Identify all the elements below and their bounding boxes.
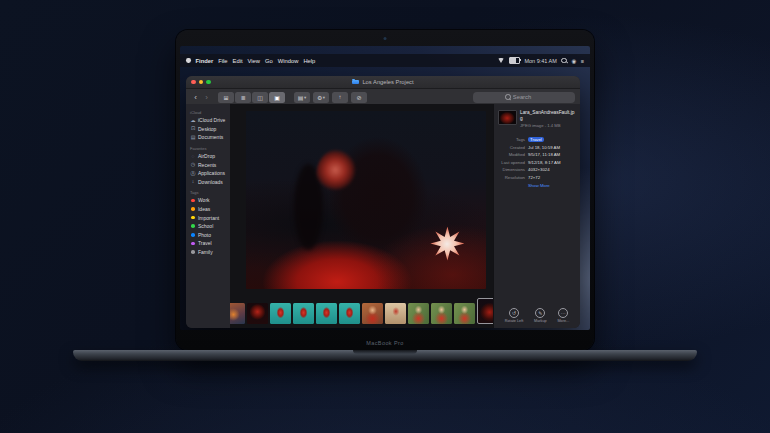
menu-view[interactable]: View [248,58,260,64]
sidebar-item-downloads[interactable]: ↓ Downloads [190,178,230,187]
meta-row-tags: Tags Travel [498,137,576,142]
markup-button[interactable]: ✎ Markup [534,308,547,324]
laptop-base [73,350,697,361]
sidebar-section-tags: Tags [190,190,230,195]
macos-desktop: Finder File Edit View Go Window Help Mon… [180,46,590,330]
markup-icon: ✎ [535,308,545,318]
gallery-thumbnail[interactable] [316,303,337,324]
folder-icon [352,80,359,85]
sidebar-item-desktop[interactable]: ⊡ Desktop [190,125,230,134]
tag-dot-orange [191,207,195,211]
desktop-icon: ⊡ [190,126,196,131]
tag-dot-purple [191,242,195,246]
menu-go[interactable]: Go [265,58,273,64]
view-switcher: ⊞ ≣ ◫ ▣ [218,92,285,103]
quick-actions: ↺ Rotate Left ✎ Markup ⋯ More... [494,308,580,324]
tags-button[interactable]: ⊘ [351,92,367,103]
more-button[interactable]: ⋯ More... [557,308,569,324]
zoom-button[interactable] [206,80,211,85]
menu-help[interactable]: Help [303,58,315,64]
sidebar-item-recents[interactable]: ◷ Recents [190,160,230,169]
sidebar-tag-work[interactable]: Work [190,196,230,205]
traffic-lights [191,80,211,85]
chevron-down-icon: ▾ [323,95,325,100]
gallery-thumbnail[interactable] [362,303,383,324]
close-button[interactable] [191,80,196,85]
airdrop-icon: ◌ [190,154,196,159]
search-field[interactable] [473,92,575,103]
notification-center-icon[interactable]: ≡ [581,58,584,64]
share-icon: ↑ [339,94,342,100]
battery-icon[interactable] [509,57,520,64]
gallery-thumbnail[interactable] [293,303,314,324]
minimize-button[interactable] [199,80,204,85]
gallery-view-button[interactable]: ▣ [269,92,285,103]
gallery-thumbnail[interactable] [230,303,245,324]
tag-dot-red [191,199,195,203]
siri-icon[interactable]: ◉ [571,58,576,64]
sidebar-tag-family[interactable]: Family [190,248,230,257]
sidebar-tag-photo[interactable]: Photo [190,231,230,240]
meta-row-dimensions: Dimensions 4032×3024 [498,167,576,172]
action-button[interactable]: ⚙ ▾ [313,92,329,103]
webcam-dot [384,37,387,40]
window-title: Los Angeles Project [362,79,413,85]
selected-photo-preview[interactable] [246,111,486,289]
sidebar-item-airdrop[interactable]: ◌ AirDrop [190,152,230,161]
forward-button[interactable]: › [202,92,211,103]
menu-bar-clock[interactable]: Mon 9:41 AM [524,58,556,64]
tag-badge[interactable]: Travel [528,137,544,142]
chevron-down-icon: ▾ [304,95,306,100]
window-titlebar[interactable]: Los Angeles Project [186,76,580,89]
icon-view-button[interactable]: ⊞ [218,92,234,103]
gallery-thumbnail[interactable] [431,303,452,324]
cloud-icon: ☁ [190,118,196,123]
gallery-thumbnail[interactable] [408,303,429,324]
file-thumbnail[interactable] [498,110,517,125]
file-name: Lara_SanAndreasFault.jpg [520,110,576,122]
clock-icon: ◷ [190,162,196,167]
group-button[interactable]: ▤ ▾ [294,92,310,103]
wifi-icon[interactable] [498,58,504,63]
sidebar-tag-ideas[interactable]: Ideas [190,205,230,214]
menu-bar: Finder File Edit View Go Window Help Mon… [180,54,590,67]
file-kind: JPEG image - 1.4 MB [520,123,576,128]
thumbnail-strip [230,298,493,324]
back-button[interactable]: ‹ [191,92,200,103]
sidebar-item-documents[interactable]: ▤ Documents [190,133,230,142]
sidebar-tag-travel[interactable]: Travel [190,239,230,248]
column-view-button[interactable]: ◫ [252,92,268,103]
gallery-thumbnail[interactable] [247,303,268,324]
search-input[interactable] [513,94,543,100]
metadata-list: Tags Travel Created Jul 18, 10:59 AM Mod… [498,137,576,180]
applications-icon: Ⓐ [190,171,196,176]
menu-finder[interactable]: Finder [196,58,214,64]
photo-star-light [430,227,464,261]
list-view-button[interactable]: ≣ [235,92,251,103]
menu-file[interactable]: File [218,58,227,64]
tag-dot-yellow [191,216,195,220]
sidebar-tag-school[interactable]: School [190,222,230,231]
gallery-view [230,104,493,328]
apple-icon[interactable] [186,58,191,64]
gallery-thumbnail[interactable] [385,303,406,324]
tag-dot-green [191,224,195,228]
spotlight-icon[interactable] [561,58,567,64]
rotate-left-button[interactable]: ↺ Rotate Left [505,308,524,324]
sidebar-item-applications[interactable]: Ⓐ Applications [190,169,230,178]
sidebar-section-icloud: iCloud [190,110,230,115]
document-icon: ▤ [190,135,196,140]
gallery-thumbnail[interactable] [454,303,475,324]
laptop-lid-notch [353,350,417,354]
menu-edit[interactable]: Edit [233,58,243,64]
show-more-link[interactable]: Show More [528,183,576,188]
sidebar-item-icloud-drive[interactable]: ☁ iCloud Drive [190,116,230,125]
gallery-thumbnail-selected[interactable] [477,298,493,324]
share-button[interactable]: ↑ [332,92,348,103]
meta-row-resolution: Resolution 72×72 [498,175,576,180]
gallery-thumbnail[interactable] [270,303,291,324]
sidebar-tag-important[interactable]: Important [190,213,230,222]
menu-window[interactable]: Window [278,58,299,64]
gallery-thumbnail[interactable] [339,303,360,324]
meta-row-created: Created Jul 18, 10:59 AM [498,145,576,150]
